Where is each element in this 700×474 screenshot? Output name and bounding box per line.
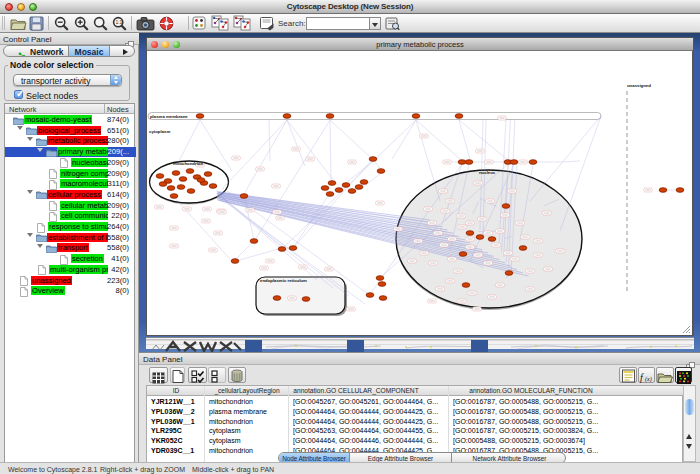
svg-text:f: f [640,372,644,383]
svg-text:mitochondrion: mitochondrion [173,161,203,166]
svg-text:endoplasmic reticulum: endoplasmic reticulum [260,278,307,283]
svg-text:nucleus: nucleus [479,170,496,175]
svg-text:cytoplasm: cytoplasm [149,129,170,134]
svg-text:(x): (x) [645,375,652,382]
svg-text:1:1: 1:1 [115,19,122,25]
svg-text:unassigned: unassigned [627,83,651,88]
svg-text:plasma membrane: plasma membrane [150,114,188,119]
